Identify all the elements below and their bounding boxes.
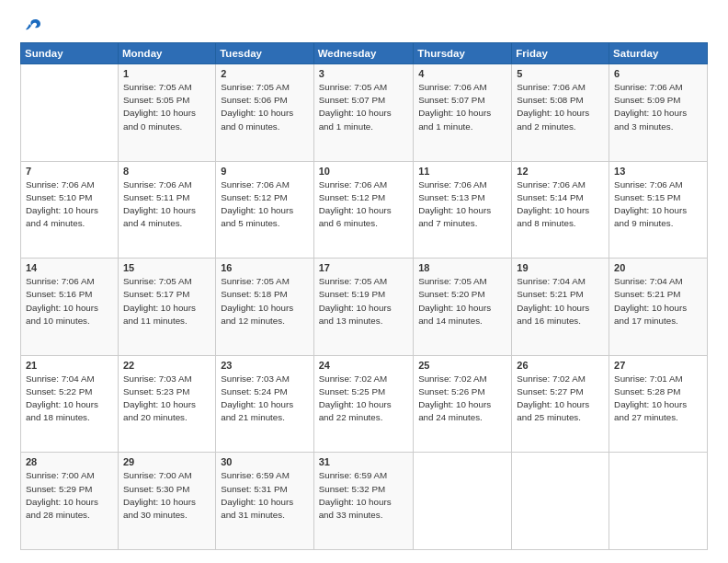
day-info: Sunrise: 7:05 AM Sunset: 5:05 PM Dayligh… (123, 81, 210, 133)
calendar-cell: 18Sunrise: 7:05 AM Sunset: 5:20 PM Dayli… (414, 259, 512, 356)
day-number: 6 (614, 68, 702, 79)
calendar-cell: 3Sunrise: 7:05 AM Sunset: 5:07 PM Daylig… (313, 64, 413, 162)
day-number: 21 (26, 360, 113, 371)
calendar-header-sunday: Sunday (21, 43, 119, 64)
calendar-cell: 6Sunrise: 7:06 AM Sunset: 5:09 PM Daylig… (609, 64, 708, 162)
calendar-cell: 21Sunrise: 7:04 AM Sunset: 5:22 PM Dayli… (21, 355, 119, 453)
calendar-cell: 7Sunrise: 7:06 AM Sunset: 5:10 PM Daylig… (21, 161, 119, 259)
calendar-week-row: 21Sunrise: 7:04 AM Sunset: 5:22 PM Dayli… (21, 355, 708, 453)
calendar-header-saturday: Saturday (609, 43, 708, 64)
day-number: 2 (221, 68, 308, 79)
calendar-cell: 17Sunrise: 7:05 AM Sunset: 5:19 PM Dayli… (313, 259, 413, 356)
calendar-cell (414, 453, 512, 550)
day-info: Sunrise: 7:06 AM Sunset: 5:12 PM Dayligh… (221, 178, 308, 231)
calendar-cell: 22Sunrise: 7:03 AM Sunset: 5:23 PM Dayli… (118, 355, 215, 453)
day-info: Sunrise: 7:06 AM Sunset: 5:15 PM Dayligh… (614, 178, 702, 231)
calendar-cell: 1Sunrise: 7:05 AM Sunset: 5:05 PM Daylig… (118, 64, 215, 162)
day-info: Sunrise: 7:06 AM Sunset: 5:11 PM Dayligh… (123, 178, 210, 231)
calendar-cell: 20Sunrise: 7:04 AM Sunset: 5:21 PM Dayli… (609, 259, 708, 356)
day-info: Sunrise: 7:06 AM Sunset: 5:07 PM Dayligh… (418, 81, 506, 133)
day-info: Sunrise: 6:59 AM Sunset: 5:32 PM Dayligh… (319, 469, 408, 522)
calendar-header-row: SundayMondayTuesdayWednesdayThursdayFrid… (21, 43, 708, 64)
day-number: 10 (319, 166, 408, 177)
calendar-cell: 4Sunrise: 7:06 AM Sunset: 5:07 PM Daylig… (414, 64, 512, 162)
day-info: Sunrise: 7:04 AM Sunset: 5:21 PM Dayligh… (517, 275, 604, 327)
day-number: 24 (319, 360, 408, 371)
calendar-cell: 16Sunrise: 7:05 AM Sunset: 5:18 PM Dayli… (216, 259, 313, 356)
day-number: 9 (221, 166, 308, 177)
calendar-cell: 13Sunrise: 7:06 AM Sunset: 5:15 PM Dayli… (609, 161, 708, 259)
logo (20, 17, 42, 35)
logo-bird-icon (22, 17, 42, 37)
day-info: Sunrise: 7:02 AM Sunset: 5:26 PM Dayligh… (418, 373, 506, 425)
day-number: 13 (614, 166, 702, 177)
day-info: Sunrise: 7:06 AM Sunset: 5:08 PM Dayligh… (517, 81, 604, 133)
day-info: Sunrise: 7:02 AM Sunset: 5:25 PM Dayligh… (319, 373, 408, 425)
calendar-cell: 29Sunrise: 7:00 AM Sunset: 5:30 PM Dayli… (118, 453, 215, 550)
calendar-header-wednesday: Wednesday (313, 43, 413, 64)
day-number: 14 (26, 262, 113, 273)
day-number: 23 (221, 360, 308, 371)
day-number: 15 (123, 262, 210, 273)
day-info: Sunrise: 7:02 AM Sunset: 5:27 PM Dayligh… (517, 373, 604, 425)
page: SundayMondayTuesdayWednesdayThursdayFrid… (0, 0, 728, 563)
calendar-week-row: 14Sunrise: 7:06 AM Sunset: 5:16 PM Dayli… (21, 259, 708, 356)
day-number: 25 (418, 360, 506, 371)
calendar-cell: 8Sunrise: 7:06 AM Sunset: 5:11 PM Daylig… (118, 161, 215, 259)
calendar-cell: 2Sunrise: 7:05 AM Sunset: 5:06 PM Daylig… (216, 64, 313, 162)
day-number: 31 (319, 456, 408, 467)
day-info: Sunrise: 7:03 AM Sunset: 5:24 PM Dayligh… (221, 373, 308, 425)
day-info: Sunrise: 7:06 AM Sunset: 5:09 PM Dayligh… (614, 81, 702, 133)
day-number: 27 (614, 360, 702, 371)
calendar-header-thursday: Thursday (414, 43, 512, 64)
day-number: 18 (418, 262, 506, 273)
day-number: 3 (319, 68, 408, 79)
calendar-cell: 31Sunrise: 6:59 AM Sunset: 5:32 PM Dayli… (313, 453, 413, 550)
day-number: 4 (418, 68, 506, 79)
header (20, 17, 708, 35)
day-info: Sunrise: 7:05 AM Sunset: 5:07 PM Dayligh… (319, 81, 408, 133)
day-info: Sunrise: 7:01 AM Sunset: 5:28 PM Dayligh… (614, 373, 702, 425)
day-info: Sunrise: 7:05 AM Sunset: 5:17 PM Dayligh… (123, 275, 210, 327)
day-info: Sunrise: 7:00 AM Sunset: 5:30 PM Dayligh… (123, 469, 210, 522)
calendar-cell: 25Sunrise: 7:02 AM Sunset: 5:26 PM Dayli… (414, 355, 512, 453)
calendar-cell (512, 453, 609, 550)
calendar-cell: 5Sunrise: 7:06 AM Sunset: 5:08 PM Daylig… (512, 64, 609, 162)
day-number: 29 (123, 456, 210, 467)
day-number: 11 (418, 166, 506, 177)
calendar-cell: 12Sunrise: 7:06 AM Sunset: 5:14 PM Dayli… (512, 161, 609, 259)
day-info: Sunrise: 7:05 AM Sunset: 5:19 PM Dayligh… (319, 275, 408, 327)
day-number: 12 (517, 166, 604, 177)
day-number: 19 (517, 262, 604, 273)
day-info: Sunrise: 7:05 AM Sunset: 5:20 PM Dayligh… (418, 275, 506, 327)
day-number: 26 (517, 360, 604, 371)
day-number: 20 (614, 262, 702, 273)
calendar-table: SundayMondayTuesdayWednesdayThursdayFrid… (20, 42, 708, 550)
calendar-cell: 9Sunrise: 7:06 AM Sunset: 5:12 PM Daylig… (216, 161, 313, 259)
calendar-cell (609, 453, 708, 550)
day-number: 28 (26, 456, 113, 467)
day-info: Sunrise: 7:04 AM Sunset: 5:22 PM Dayligh… (26, 373, 113, 425)
calendar-week-row: 1Sunrise: 7:05 AM Sunset: 5:05 PM Daylig… (21, 64, 708, 162)
calendar-header-friday: Friday (512, 43, 609, 64)
day-number: 1 (123, 68, 210, 79)
calendar-header-tuesday: Tuesday (216, 43, 313, 64)
calendar-header-monday: Monday (118, 43, 215, 64)
day-info: Sunrise: 7:06 AM Sunset: 5:12 PM Dayligh… (319, 178, 408, 231)
day-info: Sunrise: 7:03 AM Sunset: 5:23 PM Dayligh… (123, 373, 210, 425)
day-info: Sunrise: 7:00 AM Sunset: 5:29 PM Dayligh… (26, 469, 113, 522)
day-number: 22 (123, 360, 210, 371)
calendar-cell: 24Sunrise: 7:02 AM Sunset: 5:25 PM Dayli… (313, 355, 413, 453)
day-number: 17 (319, 262, 408, 273)
day-info: Sunrise: 7:06 AM Sunset: 5:14 PM Dayligh… (517, 178, 604, 231)
calendar-cell: 19Sunrise: 7:04 AM Sunset: 5:21 PM Dayli… (512, 259, 609, 356)
day-number: 30 (221, 456, 308, 467)
calendar-cell: 27Sunrise: 7:01 AM Sunset: 5:28 PM Dayli… (609, 355, 708, 453)
calendar-cell: 30Sunrise: 6:59 AM Sunset: 5:31 PM Dayli… (216, 453, 313, 550)
day-info: Sunrise: 7:06 AM Sunset: 5:16 PM Dayligh… (26, 275, 113, 327)
calendar-cell: 26Sunrise: 7:02 AM Sunset: 5:27 PM Dayli… (512, 355, 609, 453)
day-info: Sunrise: 7:04 AM Sunset: 5:21 PM Dayligh… (614, 275, 702, 327)
day-info: Sunrise: 7:06 AM Sunset: 5:13 PM Dayligh… (418, 178, 506, 231)
day-number: 5 (517, 68, 604, 79)
day-number: 8 (123, 166, 210, 177)
